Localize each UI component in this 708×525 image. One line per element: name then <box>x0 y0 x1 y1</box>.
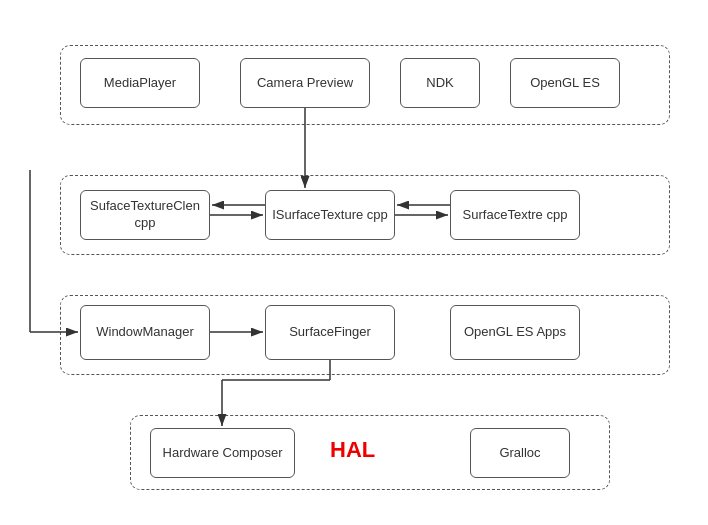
hal-label: HAL <box>330 437 375 463</box>
isurface-texture-box: ISurfaceTexture cpp <box>265 190 395 240</box>
surface-texture-client-box: SufaceTextureClen cpp <box>80 190 210 240</box>
surface-finger-box: SurfaceFinger <box>265 305 395 360</box>
gralloc-box: Gralloc <box>470 428 570 478</box>
surface-texture-cpp-box: SurfaceTextre cpp <box>450 190 580 240</box>
opengl-es-apps-box: OpenGL ES Apps <box>450 305 580 360</box>
window-manager-box: WindowManager <box>80 305 210 360</box>
diagram: MediaPlayer Camera Preview NDK OpenGL ES… <box>0 0 708 525</box>
hardware-composer-box: Hardware Composer <box>150 428 295 478</box>
ndk-box: NDK <box>400 58 480 108</box>
media-player-box: MediaPlayer <box>80 58 200 108</box>
camera-preview-box: Camera Preview <box>240 58 370 108</box>
opengl-es-box: OpenGL ES <box>510 58 620 108</box>
